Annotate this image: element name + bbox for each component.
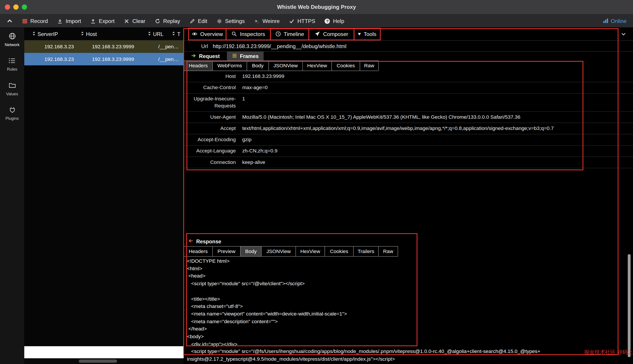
response-title: Response [196,238,221,244]
menu-item-label: Help [333,18,344,24]
watermark-text: 掘金技术社区 @码上来财 [584,348,633,356]
response-section-header: Response [188,237,221,246]
tab-request[interactable]: Request [186,52,224,60]
record-icon [22,18,28,24]
help-icon: ? [325,18,330,24]
app-window: Whistle Web Debugging Proxy RecordImport… [0,0,633,364]
cell-url: /__pen… [158,44,179,50]
response-body-source[interactable]: <!DOCTYPE html><html> <head> <script typ… [187,258,632,363]
horizontal-scrollbar-thumb[interactable] [79,360,117,363]
network-table-rows: 192.168.3.23192.168.3.23:9999/__pen…192.… [24,40,184,65]
sidebar-item-values[interactable]: Values [6,82,18,96]
sidebar-item-label: Rules [7,67,17,72]
tab-timeline[interactable]: Timeline [270,28,309,40]
response-body-line: <script type="module" src="/@vite/client… [187,280,632,288]
response-subtabs: HeadersPreviewBodyJSONViewHexViewCookies… [184,246,398,257]
request-subtab-jsonview[interactable]: JSONView [268,60,303,71]
column-header-url[interactable]: URL [148,27,163,40]
tab-frames-label: Frames [240,53,259,59]
tab-label: Timeline [284,31,304,37]
menu-item-label: Settings [225,18,245,24]
column-header-label: URL [153,31,164,37]
menu-item-export[interactable]: Export [90,18,115,24]
menu-item-edit[interactable]: Edit [189,18,207,24]
sidebar-item-plugins[interactable]: Plugins [6,106,19,121]
header-name: Accept [184,123,242,134]
response-body-line [187,288,632,295]
weinre-icon: >_ [254,18,260,24]
request-subtab-hexview[interactable]: HexView [302,60,332,71]
request-header-row: Connectionkeep-alive [184,157,633,168]
zoom-button[interactable] [22,4,27,10]
rules-list-icon [8,57,16,65]
response-subtab-jsonview[interactable]: JSONView [261,246,296,257]
request-subtab-headers[interactable]: Headers [184,60,213,71]
column-header-host[interactable]: Host [81,27,97,40]
frames-list-icon [232,53,238,60]
header-name: Accept-Language [184,146,242,156]
online-status[interactable]: Online [603,18,626,24]
menu-item-label: Clear [132,18,146,24]
menu-items: RecordImportExportClearReplayEditSetting… [22,18,354,24]
tab-inspectors[interactable]: Inspectors [226,28,271,40]
sort-arrows-icon [148,31,151,37]
request-list-row[interactable]: 192.168.3.23192.168.3.23:9999/__pen… [24,53,184,66]
values-folder-icon [8,82,16,90]
request-subtab-body[interactable]: Body [247,60,269,71]
tab-tools[interactable]: ♥Tools [354,28,381,40]
cell-host: 192.168.3.23:9999 [92,44,134,50]
vertical-scrollbar-thumb[interactable] [628,254,630,357]
titlebar: Whistle Web Debugging Proxy [0,0,633,14]
request-subtab-raw[interactable]: Raw [360,60,379,71]
tab-overview[interactable]: Overview [188,28,226,40]
menu-item-settings[interactable]: Settings [217,18,245,24]
response-subtab-preview[interactable]: Preview [212,246,241,257]
network-list-panel: ServerIPHostURLT 192.168.3.23192.168.3.2… [24,27,184,364]
menu-item-label: Weinre [262,18,280,24]
url-value: http://192.168.3.23:9999/__pending__/deb… [213,43,347,49]
response-subtab-hexview[interactable]: HexView [296,246,325,257]
request-list-row[interactable]: 192.168.3.23192.168.3.23:9999/__pen… [24,40,184,53]
header-name: Connection [184,157,242,168]
response-subtab-body[interactable]: Body [240,246,262,257]
request-header-row: Accept-Languagezh-CN,zh;q=0.9 [184,146,633,157]
horizontal-scrollbar[interactable] [24,358,184,364]
sidebar-item-rules[interactable]: Rules [7,57,17,72]
menu-item-import[interactable]: Import [57,18,81,24]
caret-up-icon[interactable] [7,18,13,24]
export-icon [90,18,96,24]
header-value: Mozilla/5.0 (Macintosh; Intel Mac OS X 1… [242,112,633,123]
response-subtab-cookies[interactable]: Cookies [325,246,354,257]
response-body-line: <head> [187,272,632,280]
sidebar-item-network[interactable]: Network [5,32,20,47]
tab-frames[interactable]: Frames [227,52,263,60]
filter-input[interactable] [24,346,184,358]
column-header-t[interactable]: T [172,27,180,40]
response-subtab-raw[interactable]: Raw [378,246,398,257]
column-header-label: Host [86,31,97,37]
close-button[interactable] [5,4,10,10]
request-header-row: Cache-Controlmax-age=0 [184,82,633,94]
menu-item-label: Replay [163,18,180,24]
tab-composer[interactable]: Composer [308,28,354,40]
chevron-down-icon[interactable] [620,31,626,37]
request-subtab-webforms[interactable]: WebForms [212,60,247,71]
clock-icon [275,31,281,37]
cell-host: 192.168.3.23:9999 [92,56,134,62]
menu-item-record[interactable]: Record [22,18,48,24]
sort-arrows-icon [32,31,36,37]
network-globe-icon [8,32,16,40]
menu-item-replay[interactable]: Replay [155,18,180,24]
response-body-line: <html> [187,265,632,272]
orange-left-arrow-icon [188,238,194,245]
minimize-button[interactable] [13,4,19,10]
menu-item-help[interactable]: ?Help [325,18,344,24]
menu-item-https[interactable]: HTTPS [289,18,315,24]
menu-item-weinre[interactable]: >_Weinre [254,18,280,24]
response-subtab-trailers[interactable]: Trailers [353,246,378,257]
request-subtab-cookies[interactable]: Cookies [332,60,360,71]
column-header-serverip[interactable]: ServerIP [32,27,58,40]
menu-item-clear[interactable]: Clear [124,18,145,24]
response-subtab-headers[interactable]: Headers [184,246,213,257]
tab-label: Tools [364,31,377,37]
